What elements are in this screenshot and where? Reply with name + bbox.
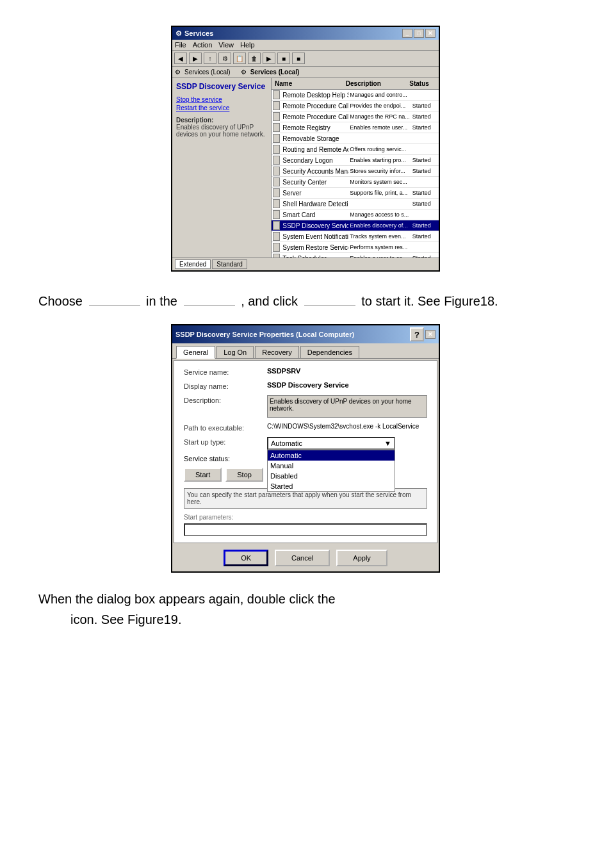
menu-help[interactable]: Help bbox=[240, 41, 255, 49]
service-icon bbox=[273, 254, 280, 258]
service-desc: Tracks system even... bbox=[348, 233, 411, 240]
props-close-button[interactable]: ✕ bbox=[425, 330, 436, 339]
startup-option-started[interactable]: Started bbox=[268, 481, 395, 491]
apply-button[interactable]: Apply bbox=[336, 550, 387, 566]
service-name: Task Scheduler bbox=[281, 254, 348, 258]
service-status bbox=[411, 149, 439, 150]
service-row[interactable]: Remote Registry Enables remote user... S… bbox=[272, 122, 439, 133]
props-path-row: Path to executable: C:\WINDOWS\System32\… bbox=[184, 423, 427, 432]
close-button[interactable]: ✕ bbox=[425, 29, 436, 38]
startup-select-display[interactable]: Automatic ▼ bbox=[267, 437, 395, 450]
toolbar-icon1[interactable]: ⚙ bbox=[218, 53, 231, 64]
service-row[interactable]: Task Scheduler Enables a user to co... S… bbox=[272, 253, 439, 258]
tab-extended[interactable]: Extended bbox=[175, 259, 211, 269]
services-rows-container: Remote Desktop Help Servic... Manages an… bbox=[272, 90, 439, 258]
service-row[interactable]: Removable Storage bbox=[272, 133, 439, 144]
start-button[interactable]: Start bbox=[184, 468, 222, 482]
service-name: Smart Card bbox=[281, 211, 348, 219]
back-button[interactable]: ◀ bbox=[174, 53, 187, 64]
service-desc: Monitors system sec... bbox=[348, 178, 411, 186]
service-status: Started bbox=[411, 189, 439, 197]
startup-option-manual[interactable]: Manual bbox=[268, 461, 395, 471]
col-header-name: Name bbox=[273, 79, 344, 88]
service-desc: Enables starting pro... bbox=[348, 156, 411, 164]
service-row[interactable]: Security Accounts Manager Stores securit… bbox=[272, 166, 439, 177]
service-row[interactable]: Remote Procedure Call (RPC)... Provides … bbox=[272, 101, 439, 111]
tab-recovery[interactable]: Recovery bbox=[255, 346, 298, 358]
service-row[interactable]: Routing and Remote Access Offers routing… bbox=[272, 144, 439, 155]
startparam-input[interactable] bbox=[184, 523, 427, 536]
minimize-button[interactable]: _ bbox=[402, 29, 412, 38]
instruction2-text: When the dialog box appears again, doubl… bbox=[38, 589, 573, 630]
breadcrumb-icon2: ⚙ bbox=[241, 69, 247, 76]
service-name: Security Center bbox=[281, 178, 348, 186]
ssdp-service-heading: SSDP Discovery Service bbox=[176, 82, 267, 91]
service-icon bbox=[273, 177, 280, 186]
menu-view[interactable]: View bbox=[218, 41, 234, 49]
tab-dependencies[interactable]: Dependencies bbox=[300, 346, 359, 358]
services-list-panel: Name Description Status Remote Desktop H… bbox=[272, 78, 439, 258]
desc-label: Description: bbox=[176, 117, 213, 124]
toolbar-icon6[interactable]: ■ bbox=[292, 53, 305, 64]
up-button[interactable]: ↑ bbox=[204, 53, 216, 64]
service-row[interactable]: Remote Procedure Call (RPC)... Manages t… bbox=[272, 111, 439, 122]
services-toolbar: ◀ ▶ ↑ ⚙ 📋 🗑 ▶ ■ ■ bbox=[172, 51, 439, 67]
tab-standard[interactable]: Standard bbox=[212, 259, 247, 269]
forward-button[interactable]: ▶ bbox=[189, 53, 202, 64]
tab-logon[interactable]: Log On bbox=[216, 346, 254, 358]
service-desc bbox=[348, 138, 411, 139]
props-titlebar: SSDP Discovery Service Properties (Local… bbox=[172, 325, 439, 343]
service-row[interactable]: Smart Card Manages access to s... bbox=[272, 209, 439, 220]
service-status: Started bbox=[411, 200, 439, 208]
status-label: Service status: bbox=[184, 455, 267, 463]
props-display-name-row: Display name: SSDP Discovery Service bbox=[184, 381, 427, 390]
service-row[interactable]: Security Center Monitors system sec... bbox=[272, 177, 439, 188]
service-icon bbox=[273, 90, 280, 99]
startup-option-disabled[interactable]: Disabled bbox=[268, 471, 395, 481]
service-status bbox=[411, 138, 439, 139]
toolbar-icon4[interactable]: ▶ bbox=[263, 53, 275, 64]
path-label: Path to executable: bbox=[184, 423, 267, 432]
props-startup-row: Start up type: Automatic ▼ Automatic Man… bbox=[184, 437, 427, 450]
service-row[interactable]: Secondary Logon Enables starting pro... … bbox=[272, 155, 439, 166]
props-tabs: General Log On Recovery Dependencies bbox=[172, 343, 439, 359]
ok-button[interactable]: OK bbox=[224, 550, 268, 566]
service-name: Remote Procedure Call (RPC)... bbox=[281, 102, 348, 110]
startup-dropdown[interactable]: Automatic ▼ Automatic Manual Disabled St… bbox=[267, 437, 395, 450]
service-icon bbox=[273, 145, 280, 154]
service-status bbox=[411, 214, 439, 215]
service-desc: Provides the endpoi... bbox=[348, 102, 411, 110]
toolbar-icon5[interactable]: ■ bbox=[277, 53, 290, 64]
startparam-label: Start parameters: bbox=[184, 514, 427, 521]
cancel-button[interactable]: Cancel bbox=[275, 550, 330, 566]
service-status: Started bbox=[411, 156, 439, 164]
menu-file[interactable]: File bbox=[175, 41, 186, 49]
service-name: SSDP Discovery Service bbox=[281, 222, 348, 230]
toolbar-icon2[interactable]: 📋 bbox=[233, 53, 246, 64]
service-row[interactable]: SSDP Discovery Service Enables discovery… bbox=[272, 220, 439, 231]
services-title-icon: ⚙ bbox=[175, 29, 182, 38]
service-status: Started bbox=[411, 167, 439, 175]
service-row[interactable]: System Restore Service Performs system r… bbox=[272, 242, 439, 253]
toolbar-icon3[interactable]: 🗑 bbox=[248, 53, 261, 64]
stop-service-link[interactable]: Stop the service bbox=[176, 96, 267, 103]
help-button[interactable]: ? bbox=[410, 327, 424, 341]
service-icon bbox=[273, 188, 280, 197]
service-row[interactable]: System Event Notification Tracks system … bbox=[272, 231, 439, 242]
stop-button[interactable]: Stop bbox=[225, 468, 263, 482]
startup-label: Start up type: bbox=[184, 437, 267, 446]
menu-action[interactable]: Action bbox=[193, 41, 213, 49]
startup-selected-value: Automatic bbox=[271, 439, 302, 447]
service-icon bbox=[273, 199, 280, 208]
restore-button[interactable]: □ bbox=[414, 29, 424, 38]
tab-general[interactable]: General bbox=[176, 346, 215, 359]
service-row[interactable]: Remote Desktop Help Servic... Manages an… bbox=[272, 90, 439, 101]
service-status bbox=[411, 94, 439, 95]
service-row[interactable]: Server Supports file, print, a... Starte… bbox=[272, 188, 439, 199]
service-desc: Offers routing servic... bbox=[348, 145, 411, 153]
startup-option-automatic[interactable]: Automatic bbox=[268, 450, 395, 461]
props-footer-buttons: OK Cancel Apply bbox=[172, 545, 439, 571]
service-icon bbox=[273, 101, 280, 110]
service-row[interactable]: Shell Hardware Detection Started bbox=[272, 199, 439, 209]
restart-service-link[interactable]: Restart the service bbox=[176, 104, 267, 111]
